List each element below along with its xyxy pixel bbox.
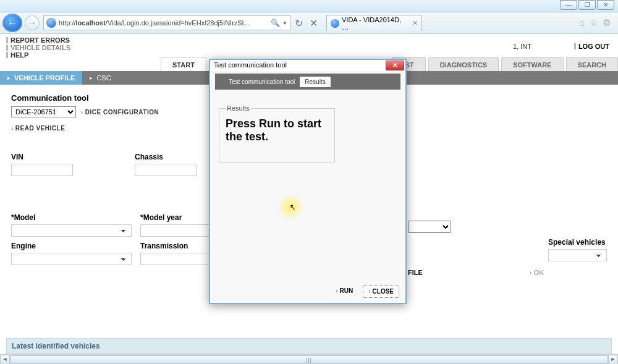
- home-icon[interactable]: ⌂: [579, 17, 585, 28]
- refresh-button[interactable]: ↻: [292, 16, 305, 30]
- chevron-right-icon: ▸: [7, 75, 11, 81]
- results-legend: Results: [226, 104, 251, 112]
- latest-vehicles-heading: Latest identified vehicles: [6, 338, 612, 354]
- tab-close-icon[interactable]: ✕: [412, 19, 418, 27]
- stop-button[interactable]: ✕: [307, 16, 320, 30]
- address-dropdown-icon[interactable]: ▼: [282, 20, 287, 26]
- dialog-title: Test communication tool: [214, 61, 287, 69]
- window-titlebar: — ❐ ✕: [0, 0, 618, 12]
- url-prefix: http://: [59, 19, 76, 27]
- logout-link[interactable]: LOG OUT: [574, 43, 609, 50]
- special-vehicles-select[interactable]: [548, 249, 607, 261]
- engine-label: Engine: [11, 242, 132, 250]
- special-vehicles-label: Special vehicles: [548, 238, 607, 247]
- url-host: localhost: [76, 19, 106, 27]
- user-info: 1, INT: [513, 43, 531, 50]
- chevron-right-icon: ▸: [90, 75, 93, 81]
- tab-diagnostics[interactable]: DIAGNOSTICS: [428, 57, 499, 71]
- chassis-label: Chassis: [135, 153, 197, 161]
- search-icon[interactable]: 🔍: [271, 19, 280, 27]
- address-bar[interactable]: http://localhost/Vida/Login.do;jsessioni…: [43, 15, 290, 30]
- ie-logo-icon: [46, 18, 56, 28]
- dialog-tab-test[interactable]: Test communication tool: [224, 77, 300, 87]
- forward-button[interactable]: →: [25, 15, 40, 30]
- model-select[interactable]: [11, 224, 132, 237]
- scroll-thumb[interactable]: [11, 355, 607, 364]
- browser-toolbar: ← → http://localhost/Vida/Login.do;jsess…: [0, 12, 618, 34]
- comm-tool-select[interactable]: DiCE-206751: [11, 106, 76, 117]
- tab-title: VIDA - VIDA2014D, …: [342, 16, 410, 31]
- horizontal-scrollbar[interactable]: ◄ ►: [0, 354, 618, 364]
- run-button[interactable]: RUN: [331, 285, 358, 298]
- window-close-button[interactable]: ✕: [597, 0, 614, 10]
- vin-label: VIN: [11, 153, 73, 161]
- scroll-left-button[interactable]: ◄: [0, 355, 10, 365]
- results-message: Press Run to start the test.: [226, 117, 328, 143]
- crumb-vehicle-profile[interactable]: ▸VEHICLE PROFILE: [0, 71, 82, 85]
- unknown-select[interactable]: [408, 221, 451, 233]
- ok-button[interactable]: OK: [530, 269, 544, 276]
- url-path: /Vida/Login.do;jsessionid=hvEHxI28dj5INI…: [106, 19, 250, 27]
- scroll-right-button[interactable]: ►: [608, 355, 618, 365]
- results-panel: Results Press Run to start the test.: [219, 108, 335, 163]
- tab-start[interactable]: START: [161, 57, 206, 71]
- dialog-titlebar: Test communication tool ✕: [210, 60, 405, 71]
- favorites-icon[interactable]: ☆: [590, 17, 598, 28]
- scroll-track[interactable]: [10, 355, 608, 364]
- tools-icon[interactable]: ⚙: [603, 17, 611, 28]
- dialog-close-x-button[interactable]: ✕: [386, 61, 404, 70]
- tab-favicon-icon: [331, 19, 339, 28]
- vin-input[interactable]: [11, 164, 73, 176]
- file-label: FILE: [408, 269, 423, 276]
- tab-search[interactable]: SEARCH: [566, 57, 618, 71]
- close-button[interactable]: CLOSE: [363, 285, 399, 298]
- test-comm-tool-dialog: Test communication tool ✕ Test communica…: [209, 59, 407, 304]
- back-button[interactable]: ←: [2, 14, 22, 32]
- model-label: *Model: [11, 213, 132, 222]
- tab-software[interactable]: SOFTWARE: [501, 57, 563, 71]
- chassis-input[interactable]: [135, 164, 197, 176]
- browser-tab[interactable]: VIDA - VIDA2014D, … ✕: [326, 15, 422, 31]
- dialog-tab-results[interactable]: Results: [300, 77, 330, 87]
- engine-select[interactable]: [11, 253, 132, 265]
- crumb-csc[interactable]: ▸CSC: [82, 71, 118, 85]
- window-maximize-button[interactable]: ❐: [578, 0, 596, 10]
- dice-config-link[interactable]: DICE CONFIGURATION: [81, 109, 159, 116]
- window-minimize-button[interactable]: —: [560, 0, 577, 10]
